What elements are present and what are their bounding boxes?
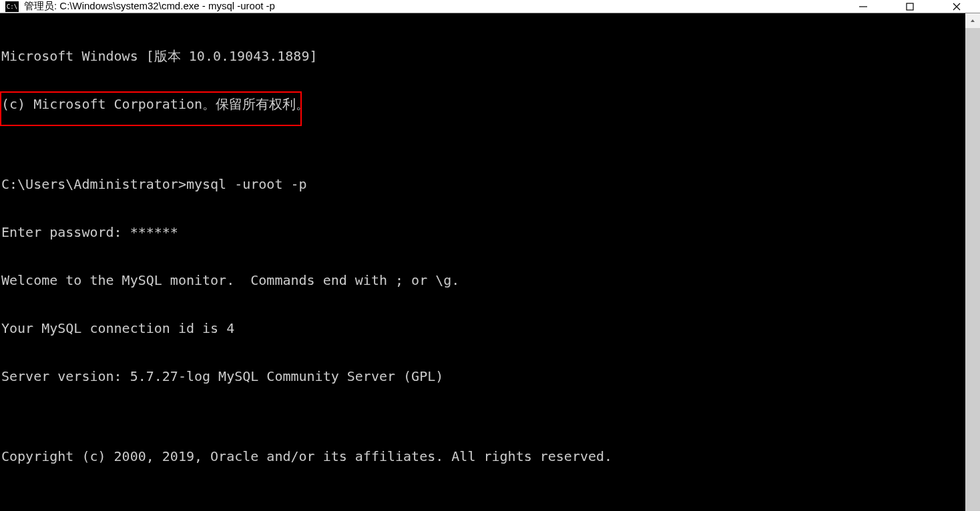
terminal-area: Microsoft Windows [版本 10.0.19043.1889] (… [0,13,980,511]
window-titlebar: C:\ 管理员: C:\Windows\system32\cmd.exe - m… [0,0,980,13]
cmd-icon: C:\ [5,1,19,12]
terminal-content[interactable]: Microsoft Windows [版本 10.0.19043.1889] (… [0,13,965,511]
terminal-line: Your MySQL connection id is 4 [1,320,965,336]
terminal-line: Welcome to the MySQL monitor. Commands e… [1,272,965,288]
terminal-line: Microsoft Windows [版本 10.0.19043.1889] [1,48,965,64]
scroll-up-button[interactable] [965,13,980,28]
scrollbar-thumb[interactable] [965,28,980,511]
svg-rect-1 [907,3,913,10]
terminal-line: Copyright (c) 2000, 2019, Oracle and/or … [1,448,965,464]
terminal-line: Enter password: ****** [1,224,965,240]
vertical-scrollbar[interactable] [965,13,980,511]
maximize-button[interactable] [887,0,933,13]
terminal-line: (c) Microsoft Corporation。保留所有权利。 [1,96,965,112]
window-controls [840,0,980,13]
window-title: 管理员: C:\Windows\system32\cmd.exe - mysql… [24,0,840,13]
scrollbar-track[interactable] [965,28,980,511]
close-button[interactable] [933,0,980,13]
minimize-button[interactable] [840,0,887,13]
terminal-line: C:\Users\Administrator>mysql -uroot -p [1,176,965,192]
terminal-line: Server version: 5.7.27-log MySQL Communi… [1,368,965,384]
